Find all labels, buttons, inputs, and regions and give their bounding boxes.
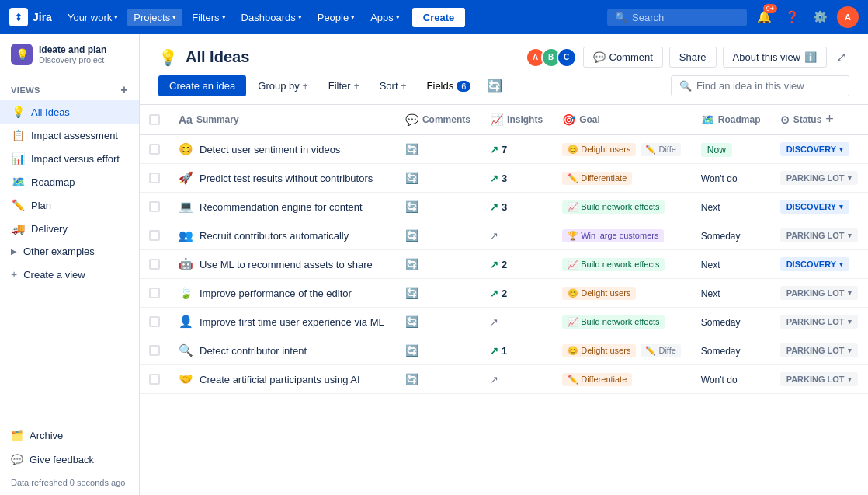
sidebar-item-delivery[interactable]: 🚚 Delivery: [0, 217, 139, 240]
sidebar-item-impact-assessment[interactable]: 📋 Impact assessment: [0, 124, 139, 147]
row-title[interactable]: Improve first time user experience via M…: [200, 316, 384, 328]
sync-icon[interactable]: 🔄: [405, 172, 418, 184]
sidebar-item-give-feedback[interactable]: 💬 Give feedback: [0, 448, 139, 472]
goal-tag[interactable]: 😊 Delight users: [562, 143, 636, 156]
sidebar-item-label: Plan: [31, 200, 51, 211]
comment-button[interactable]: 💬 Comment: [583, 47, 663, 68]
row-checkbox[interactable]: [149, 230, 160, 241]
row-icon: 🍃: [179, 286, 193, 300]
nav-projects[interactable]: Projects ▾: [127, 9, 182, 26]
summary-cell: 😊 Detect user sentiment in videos: [179, 142, 387, 156]
chevron-down-icon: ▾: [848, 375, 852, 383]
group-by-button[interactable]: Group by +: [249, 75, 317, 96]
row-checkbox[interactable]: [149, 374, 160, 385]
sync-icon[interactable]: 🔄: [405, 344, 418, 357]
sidebar-item-roadmap[interactable]: 🗺️ Roadmap: [0, 170, 139, 193]
header-actions: A B C 💬 Comment Share About this view ℹ️…: [526, 47, 850, 68]
sidebar-item-impact-versus-effort[interactable]: 📊 Impact versus effort: [0, 147, 139, 170]
row-checkbox[interactable]: [149, 201, 160, 212]
insight-value: ↗2: [490, 288, 543, 299]
nav-people[interactable]: People ▾: [311, 9, 361, 26]
status-badge[interactable]: PARKING LOT ▾: [780, 315, 858, 329]
insight-count: 7: [502, 144, 507, 155]
collaborator-avatars: A B C: [526, 47, 577, 68]
sidebar-item-archive[interactable]: 🗂️ Archive: [0, 424, 139, 448]
sync-icon[interactable]: 🔄: [405, 258, 418, 270]
row-title[interactable]: Detect contributor intent: [200, 345, 307, 357]
notifications-button[interactable]: 🔔 9+: [753, 6, 775, 28]
row-checkbox[interactable]: [149, 288, 160, 298]
create-button[interactable]: Create: [412, 8, 465, 27]
idea-search[interactable]: 🔍: [671, 75, 849, 96]
sync-icon[interactable]: 🔄: [405, 143, 418, 155]
fields-button[interactable]: Fields 6: [418, 75, 480, 96]
row-checkbox[interactable]: [149, 259, 160, 270]
create-idea-button[interactable]: Create an idea: [158, 75, 246, 96]
goal-tag[interactable]: 📈 Build network effects: [562, 258, 665, 271]
sidebar-item-label: Archive: [30, 430, 63, 441]
goal-tag[interactable]: ✏️ Differentiate: [562, 373, 632, 386]
expand-button[interactable]: ⤢: [833, 47, 849, 68]
sidebar: 💡 Ideate and plan Discovery project VIEW…: [0, 34, 140, 495]
sidebar-item-plan[interactable]: ✏️ Plan: [0, 193, 139, 217]
row-checkbox[interactable]: [149, 345, 160, 356]
share-button[interactable]: Share: [669, 47, 717, 68]
nav-filters[interactable]: Filters ▾: [186, 9, 231, 26]
help-button[interactable]: ❓: [781, 6, 803, 28]
settings-button[interactable]: ⚙️: [809, 6, 831, 28]
idea-search-input[interactable]: [696, 80, 841, 92]
status-badge[interactable]: PARKING LOT ▾: [780, 171, 858, 185]
sidebar-create-view[interactable]: + Create a view: [0, 263, 139, 286]
status-badge[interactable]: DISCOVERY ▾: [780, 142, 849, 156]
chevron-down-icon: ▾: [848, 347, 852, 354]
row-title[interactable]: Use ML to recommend assets to share: [200, 259, 373, 270]
sync-icon[interactable]: 🔄: [405, 315, 418, 328]
sync-icon[interactable]: 🔄: [405, 200, 418, 213]
goal-cell: ✏️ Differentiate: [562, 373, 682, 386]
user-avatar[interactable]: A: [837, 6, 859, 28]
nav-apps[interactable]: Apps ▾: [364, 9, 406, 26]
ideas-table: Aa Summary 💬 Comments �: [140, 105, 868, 394]
add-view-button[interactable]: +: [120, 83, 128, 97]
filter-button[interactable]: Filter +: [320, 75, 368, 96]
nav-logo[interactable]: Jira: [9, 8, 52, 26]
sync-icon[interactable]: 🔄: [405, 373, 418, 385]
sync-icon[interactable]: 🔄: [405, 229, 418, 242]
row-title[interactable]: Improve performance of the editor: [200, 288, 352, 299]
views-label: VIEWS: [11, 85, 40, 95]
row-checkbox[interactable]: [149, 144, 160, 155]
global-search[interactable]: 🔍: [607, 9, 747, 26]
status-badge[interactable]: DISCOVERY ▾: [780, 257, 849, 271]
goal-tag[interactable]: 📈 Build network effects: [562, 200, 665, 214]
goal-tag[interactable]: 😊 Delight users: [562, 344, 636, 357]
sort-button[interactable]: Sort +: [371, 75, 415, 96]
row-title[interactable]: Recruit contributors automatically: [200, 230, 349, 242]
goal-tag[interactable]: ✏️ Differentiate: [562, 172, 632, 185]
row-title[interactable]: Detect user sentiment in videos: [200, 144, 340, 155]
goal-tag[interactable]: 😊 Delight users: [562, 287, 636, 300]
add-column-button[interactable]: +: [825, 111, 834, 127]
select-all-header[interactable]: [140, 105, 169, 134]
sync-icon[interactable]: 🔄: [405, 287, 418, 299]
status-badge[interactable]: PARKING LOT ▾: [780, 286, 858, 300]
row-title[interactable]: Recommendation engine for content: [200, 201, 363, 213]
select-all-checkbox[interactable]: [149, 114, 160, 125]
row-title[interactable]: Create artificial participants using AI: [200, 374, 360, 385]
nav-dashboards[interactable]: Dashboards ▾: [235, 9, 308, 26]
status-badge[interactable]: DISCOVERY ▾: [780, 200, 849, 214]
row-checkbox[interactable]: [149, 173, 160, 183]
goal-tag[interactable]: 📈 Build network effects: [562, 315, 665, 329]
about-this-view-button[interactable]: About this view ℹ️: [723, 47, 827, 68]
status-badge[interactable]: PARKING LOT ▾: [780, 228, 858, 242]
status-badge[interactable]: PARKING LOT ▾: [780, 343, 858, 357]
sidebar-item-all-ideas[interactable]: 💡 All Ideas: [0, 100, 139, 124]
row-checkbox[interactable]: [149, 316, 160, 327]
row-title[interactable]: Predict test results without contributor…: [200, 173, 373, 184]
sidebar-item-other-examples[interactable]: ▶ Other examples: [0, 240, 139, 263]
project-header[interactable]: 💡 Ideate and plan Discovery project: [0, 34, 139, 75]
status-badge[interactable]: PARKING LOT ▾: [780, 372, 858, 386]
refresh-button[interactable]: 🔄: [482, 75, 507, 96]
goal-tag[interactable]: 🏆 Win large customers: [562, 229, 664, 242]
search-input[interactable]: [632, 12, 739, 23]
nav-your-work[interactable]: Your work ▾: [61, 9, 124, 26]
